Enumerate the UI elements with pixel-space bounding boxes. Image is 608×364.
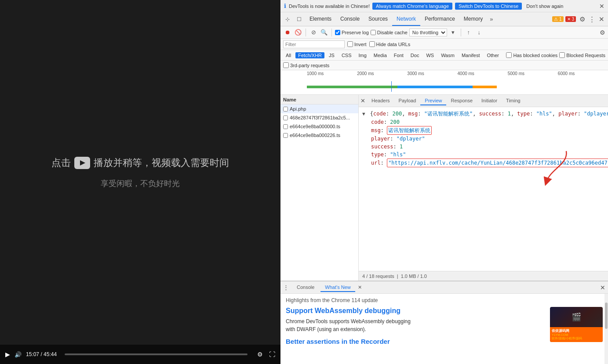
console-update-heading: Highlights from the Chrome 114 update — [286, 297, 603, 303]
type-css[interactable]: CSS — [339, 52, 354, 58]
tab-memory[interactable]: Memory — [459, 12, 487, 26]
notification-close-icon[interactable]: ✕ — [599, 3, 604, 10]
filter-icon[interactable]: ⊘ — [309, 28, 318, 37]
tab-timing[interactable]: Timing — [502, 97, 525, 105]
cursor-icon[interactable]: ⊹ — [282, 14, 293, 25]
type-doc[interactable]: Doc — [408, 52, 422, 58]
devtools-close-icon[interactable]: ✕ — [597, 15, 606, 23]
match-language-button[interactable]: Always match Chrome's language — [372, 3, 452, 10]
tab-sources[interactable]: Sources — [364, 12, 392, 26]
tab-whats-new[interactable]: What's New — [320, 283, 355, 292]
type-wasm[interactable]: Wasm — [438, 52, 457, 58]
req-checkbox-ts2[interactable] — [283, 133, 288, 138]
type-img[interactable]: Img — [356, 52, 369, 58]
throttle-extra-icon[interactable]: ▾ — [449, 28, 458, 37]
status-separator: | — [397, 274, 398, 279]
req-checkbox-ts1[interactable] — [283, 124, 288, 129]
third-party-label[interactable]: 3rd-party requests — [283, 62, 329, 68]
throttle-select[interactable]: No throttling — [409, 29, 447, 36]
preserve-log-label[interactable]: Preserve log — [335, 30, 369, 35]
blocked-requests-label[interactable]: Blocked Requests — [559, 52, 605, 58]
tab-headers[interactable]: Headers — [367, 97, 394, 105]
request-item-api[interactable]: Api.php — [280, 105, 358, 113]
tab-preview[interactable]: Preview — [420, 97, 446, 105]
devtools-settings-icon[interactable]: ⚙ — [578, 15, 587, 23]
import-icon[interactable]: ↑ — [464, 28, 473, 37]
timeline-label-3: 3000 ms — [407, 71, 457, 76]
device-icon[interactable]: ☐ — [294, 14, 304, 25]
thumb-icon-area: 🎬 — [550, 307, 603, 327]
request-item-ts2[interactable]: e664ce9e8ba000226.ts — [280, 131, 358, 140]
type-media[interactable]: Media — [371, 52, 390, 58]
type-js[interactable]: JS — [326, 52, 337, 58]
console-panel-close-icon[interactable]: ✕ — [600, 284, 605, 291]
req-checkbox-468[interactable] — [283, 115, 288, 120]
preserve-log-checkbox[interactable] — [335, 30, 340, 35]
more-tabs-icon[interactable]: » — [487, 14, 495, 24]
network-settings-icon[interactable]: ⚙ — [600, 29, 605, 36]
search-icon[interactable]: 🔍 — [320, 28, 328, 37]
has-blocked-cookies-checkbox[interactable] — [506, 52, 512, 58]
req-checkbox-api[interactable] — [283, 107, 288, 112]
has-blocked-cookies-label[interactable]: Has blocked cookies — [506, 52, 557, 58]
clear-button[interactable]: 🚫 — [294, 28, 302, 37]
invert-label[interactable]: Invert — [347, 41, 367, 47]
timeline-label-4: 4000 ms — [458, 71, 508, 76]
timeline-bar-green — [307, 86, 397, 88]
console-scrollbar[interactable] — [604, 294, 608, 364]
tab-response[interactable]: Response — [446, 97, 477, 105]
thumb-site-sub: Y1YM.COM — [552, 333, 601, 336]
disable-cache-label[interactable]: Disable cache — [371, 30, 408, 35]
timeline-bar-orange — [473, 86, 497, 88]
tab-console-bottom[interactable]: Console — [292, 283, 319, 292]
type-manifest[interactable]: Manifest — [459, 52, 483, 58]
volume-button[interactable]: 🔊 — [15, 351, 22, 358]
request-item-ts1[interactable]: e664ce9e8ba000000.ts — [280, 122, 358, 131]
blocked-requests-checkbox[interactable] — [559, 52, 565, 58]
preview-close-icon[interactable]: ✕ — [360, 97, 365, 104]
third-party-text: 3rd-party requests — [290, 63, 329, 68]
whats-new-close-icon[interactable]: ✕ — [358, 285, 362, 290]
hide-data-urls-checkbox[interactable] — [369, 41, 375, 47]
progress-bar[interactable] — [65, 353, 248, 355]
type-ws[interactable]: WS — [423, 52, 437, 58]
request-item-468[interactable]: 468e28747f3f72861ba2c5... — [280, 113, 358, 122]
warning-badge: ⚠ 1 — [552, 16, 563, 22]
video-main-text: 点击 播放并稍等，视频载入需要时间 — [51, 156, 229, 169]
tab-performance[interactable]: Performance — [420, 12, 459, 26]
filter-input[interactable] — [283, 40, 345, 48]
preview-content-area: ▼ {code: 200, msg: "诺讯智能解析系统", success: … — [359, 107, 608, 271]
tab-console[interactable]: Console — [336, 12, 364, 26]
settings-icon[interactable]: ⚙ — [257, 351, 263, 358]
json-value-player: "dplayer" — [397, 136, 425, 142]
type-font[interactable]: Font — [391, 52, 406, 58]
type-all[interactable]: All — [283, 52, 294, 58]
invert-checkbox[interactable] — [347, 41, 353, 47]
export-icon[interactable]: ↓ — [475, 28, 484, 37]
dont-show-again-button[interactable]: Don't show again — [526, 4, 563, 9]
record-button[interactable]: ⏺ — [283, 28, 292, 37]
fullscreen-icon[interactable]: ⛶ — [269, 351, 275, 358]
devtools-panel: ℹ DevTools is now available in Chinese! … — [280, 0, 608, 364]
console-scrollbar-thumb[interactable] — [605, 303, 608, 329]
console-menu-icon[interactable]: ⋮ — [283, 284, 289, 291]
type-fetch-xhr[interactable]: Fetch/XHR — [295, 52, 324, 58]
switch-to-chinese-button[interactable]: Switch DevTools to Chinese — [455, 3, 522, 10]
devtools-more-icon[interactable]: ⋮ — [587, 15, 597, 23]
json-value-type: "hls" — [390, 151, 406, 158]
tab-payload[interactable]: Payload — [394, 97, 421, 105]
json-expand-arrow[interactable]: ▼ — [362, 111, 365, 117]
tab-network[interactable]: Network — [392, 12, 420, 26]
video-area: 点击 播放并稍等，视频载入需要时间 享受闲暇，不负好时光 — [0, 0, 280, 345]
type-other[interactable]: Other — [484, 52, 502, 58]
video-prefix: 点击 — [51, 156, 71, 169]
play-button[interactable]: ▶ — [5, 351, 10, 358]
preview-panel: ✕ Headers Payload Preview Response Initi… — [359, 95, 608, 281]
video-instruction: 播放并稍等，视频载入需要时间 — [94, 156, 229, 169]
tab-initiator[interactable]: Initiator — [477, 97, 502, 105]
third-party-checkbox[interactable] — [283, 62, 289, 68]
hide-data-urls-label[interactable]: Hide data URLs — [369, 41, 411, 47]
disable-cache-checkbox[interactable] — [371, 30, 376, 35]
tab-elements[interactable]: Elements — [305, 12, 336, 26]
hide-data-urls-text: Hide data URLs — [376, 42, 411, 47]
